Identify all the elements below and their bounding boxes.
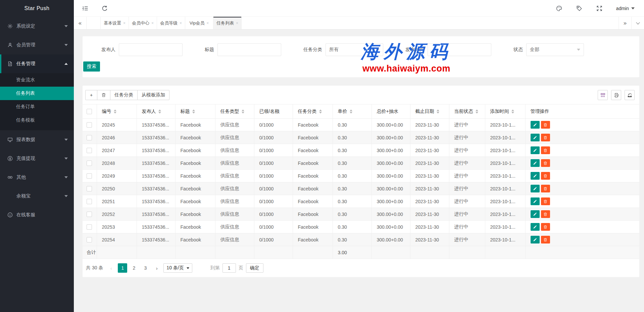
sidebar-item-task-templates[interactable]: 任务模板: [0, 114, 74, 127]
tabs-scroll-left-button[interactable]: «: [74, 17, 87, 29]
add-from-template-button[interactable]: 从模板添加: [137, 90, 169, 100]
sort-icon[interactable]: [437, 109, 439, 114]
delete-button[interactable]: [541, 172, 550, 180]
edit-button[interactable]: [531, 172, 540, 180]
sort-icon[interactable]: [158, 109, 161, 114]
tab-Vip会员[interactable]: Vip会员×: [185, 17, 213, 29]
export-button[interactable]: [625, 90, 635, 100]
delete-button[interactable]: [541, 236, 550, 243]
next-page-button[interactable]: ›: [153, 265, 161, 271]
delete-button[interactable]: [541, 159, 550, 167]
close-icon[interactable]: ×: [236, 21, 238, 26]
close-icon[interactable]: ×: [123, 21, 126, 26]
delete-button[interactable]: [541, 197, 550, 205]
page-button-2[interactable]: 2: [129, 263, 139, 273]
sort-icon[interactable]: [476, 109, 478, 114]
sort-icon[interactable]: [350, 109, 352, 114]
edit-button[interactable]: [531, 121, 540, 129]
page-button-3[interactable]: 3: [141, 263, 150, 273]
publish-time-input[interactable]: [428, 43, 491, 56]
sidebar-item-task-orders[interactable]: 任务订单: [0, 100, 74, 114]
edit-button[interactable]: [531, 146, 540, 154]
edit-button[interactable]: [531, 134, 540, 141]
delete-button[interactable]: [541, 210, 550, 218]
sidebar-item-others[interactable]: 其他: [0, 168, 74, 187]
sort-icon[interactable]: [242, 109, 244, 114]
prev-page-button[interactable]: ‹: [107, 265, 115, 271]
refresh-icon[interactable]: [101, 5, 108, 12]
row-checkbox[interactable]: [87, 135, 92, 140]
sidebar-item-member-management[interactable]: 会员管理: [0, 36, 74, 54]
delete-button[interactable]: [541, 146, 550, 154]
row-checkbox[interactable]: [87, 148, 92, 153]
category-select[interactable]: 所有: [326, 43, 383, 56]
sidebar-item-task-management[interactable]: 任务管理: [0, 54, 74, 73]
sort-icon[interactable]: [511, 109, 514, 114]
tab-会员中心[interactable]: 会员中心×: [129, 17, 157, 29]
edit-button[interactable]: [531, 236, 540, 243]
tab-基本设置[interactable]: 基本设置×: [101, 17, 129, 29]
column-header-publisher[interactable]: 发布人: [137, 104, 175, 119]
sidebar-item-report-data[interactable]: 报表数据: [0, 130, 74, 149]
row-checkbox[interactable]: [87, 212, 92, 217]
tag-icon[interactable]: [576, 5, 583, 12]
publisher-input[interactable]: [119, 43, 183, 56]
column-header-deadline[interactable]: 截止日期: [410, 104, 449, 119]
column-header-added_time[interactable]: 添加时间: [485, 104, 525, 119]
home-tab[interactable]: [87, 17, 101, 29]
task-category-button[interactable]: 任务分类: [110, 90, 138, 100]
column-header-unit_price[interactable]: 单价: [333, 104, 371, 119]
sidebar-item-task-list[interactable]: 任务列表: [0, 87, 74, 100]
edit-button[interactable]: [531, 159, 540, 167]
sort-icon[interactable]: [192, 109, 195, 114]
row-checkbox[interactable]: [87, 199, 92, 204]
palette-icon[interactable]: [556, 5, 562, 12]
delete-button[interactable]: [97, 90, 110, 100]
row-checkbox[interactable]: [87, 122, 92, 128]
sidebar-item-recharge-withdraw[interactable]: 充值提现: [0, 149, 74, 168]
pagination-refresh-icon[interactable]: [198, 263, 208, 273]
sidebar-item-funds-flow[interactable]: 资金流水: [0, 73, 74, 87]
tab-会员等级[interactable]: 会员等级×: [157, 17, 185, 29]
close-icon[interactable]: ×: [151, 21, 154, 26]
column-header-status[interactable]: 当前状态: [449, 104, 485, 119]
sort-icon[interactable]: [114, 109, 116, 114]
edit-button[interactable]: [531, 223, 540, 231]
status-select[interactable]: 全部: [526, 43, 584, 56]
column-header-category[interactable]: 任务分类: [293, 104, 333, 119]
title-input[interactable]: [217, 43, 281, 56]
columns-button[interactable]: [598, 90, 608, 100]
row-checkbox[interactable]: [87, 173, 92, 179]
delete-button[interactable]: [541, 134, 550, 141]
delete-button[interactable]: [541, 185, 550, 192]
delete-button[interactable]: [541, 121, 550, 129]
delete-button[interactable]: [541, 223, 550, 231]
tab-任务列表[interactable]: 任务列表×: [213, 17, 242, 29]
column-header-title[interactable]: 标题: [175, 104, 215, 119]
close-icon[interactable]: ×: [180, 21, 182, 26]
page-size-select[interactable]: 10 条/页: [163, 263, 192, 273]
edit-button[interactable]: [531, 197, 540, 205]
row-checkbox[interactable]: [87, 161, 92, 166]
edit-button[interactable]: [531, 185, 540, 192]
sort-icon[interactable]: [319, 109, 322, 114]
add-button[interactable]: +: [85, 90, 97, 100]
goto-confirm-button[interactable]: 确定: [246, 263, 263, 273]
sidebar-item-online-service[interactable]: 在线客服: [0, 206, 74, 224]
search-button[interactable]: 搜索: [83, 61, 100, 72]
close-icon[interactable]: ×: [206, 21, 209, 26]
sidebar-item-yuebao[interactable]: 余额宝: [0, 187, 74, 206]
page-button-1[interactable]: 1: [118, 263, 127, 273]
print-button[interactable]: [611, 90, 621, 100]
column-header-task_type[interactable]: 任务类型: [215, 104, 254, 119]
collapse-menu-icon[interactable]: [82, 5, 89, 12]
tabs-menu-button[interactable]: [631, 17, 644, 29]
select-all-checkbox[interactable]: [87, 109, 92, 114]
user-menu[interactable]: admin: [616, 6, 635, 11]
sidebar-item-system-settings[interactable]: 系统设定: [0, 17, 74, 36]
row-checkbox[interactable]: [87, 224, 92, 230]
row-checkbox[interactable]: [87, 186, 92, 191]
row-checkbox[interactable]: [87, 237, 92, 242]
edit-button[interactable]: [531, 210, 540, 218]
column-header-id[interactable]: 编号: [97, 104, 137, 119]
